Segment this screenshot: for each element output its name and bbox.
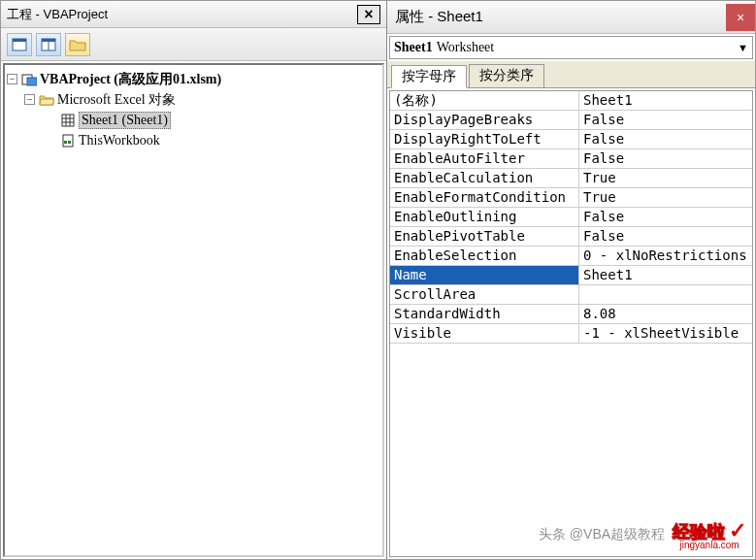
property-value[interactable]: False	[579, 149, 752, 168]
property-name: ScrollArea	[390, 285, 579, 304]
view-code-button[interactable]	[7, 33, 32, 56]
property-value[interactable]: 0 - xlNoRestrictions	[579, 247, 752, 265]
property-name: DisplayPageBreaks	[390, 111, 579, 129]
collapse-icon[interactable]: −	[24, 94, 35, 105]
project-toolbar	[1, 28, 386, 61]
property-name: EnableCalculation	[390, 169, 579, 187]
folder-icon	[69, 38, 86, 51]
property-row[interactable]: EnableAutoFilterFalse	[390, 149, 752, 169]
property-value[interactable]: False	[579, 227, 752, 246]
worksheet-icon	[59, 114, 77, 127]
chevron-down-icon: ▼	[738, 42, 748, 53]
property-value[interactable]: 8.08	[579, 305, 752, 323]
property-row[interactable]: EnableFormatConditionTrue	[390, 188, 752, 208]
properties-titlebar: 属性 - Sheet1 ×	[387, 1, 755, 34]
property-name: EnableAutoFilter	[390, 149, 579, 168]
project-title: 工程 - VBAProject	[7, 6, 357, 23]
property-row[interactable]: StandardWidth8.08	[390, 305, 752, 324]
form-split-icon	[41, 38, 56, 51]
collapse-icon[interactable]: −	[7, 74, 17, 84]
tree-folder-label: Microsoft Excel 对象	[57, 91, 176, 109]
property-value[interactable]: False	[579, 130, 752, 148]
property-row[interactable]: DisplayRightToLeftFalse	[390, 130, 752, 149]
property-row[interactable]: Visible-1 - xlSheetVisible	[390, 324, 752, 344]
tree-workbook-node[interactable]: ThisWorkbook	[7, 130, 380, 150]
properties-close-button[interactable]: ×	[726, 4, 755, 31]
property-name: StandardWidth	[390, 305, 579, 323]
property-name: EnablePivotTable	[390, 227, 579, 246]
property-name: DisplayRightToLeft	[390, 130, 579, 148]
tree-sheet-node[interactable]: Sheet1 (Sheet1)	[7, 110, 380, 130]
tree-root-label: VBAProject (高级应用01.xlsm)	[40, 71, 221, 88]
vba-project-icon	[20, 73, 38, 86]
property-value[interactable]	[579, 285, 752, 304]
svg-rect-14	[68, 141, 71, 144]
property-name: EnableFormatCondition	[390, 188, 579, 207]
object-name: Sheet1	[394, 40, 433, 55]
property-value[interactable]: Sheet1	[579, 266, 752, 284]
svg-rect-1	[13, 39, 26, 42]
property-value[interactable]: Sheet1	[579, 91, 752, 110]
property-row[interactable]: NameSheet1	[390, 266, 752, 285]
svg-rect-6	[27, 78, 37, 85]
property-row[interactable]: EnableOutliningFalse	[390, 208, 752, 227]
svg-rect-7	[62, 115, 74, 126]
tree-root-node[interactable]: − VBAProject (高级应用01.xlsm)	[7, 69, 380, 89]
property-name: Visible	[390, 324, 579, 343]
property-row[interactable]: EnablePivotTableFalse	[390, 227, 752, 247]
property-value[interactable]: True	[579, 169, 752, 187]
property-row[interactable]: EnableSelection0 - xlNoRestrictions	[390, 247, 752, 266]
properties-tabs: 按字母序 按分类序	[387, 61, 755, 88]
property-row[interactable]: DisplayPageBreaksFalse	[390, 111, 752, 130]
property-value[interactable]: True	[579, 188, 752, 207]
view-object-button[interactable]	[36, 33, 61, 56]
property-value[interactable]: False	[579, 208, 752, 226]
properties-pane: 属性 - Sheet1 × Sheet1 Worksheet ▼ 按字母序 按分…	[387, 1, 755, 559]
tree-folder-node[interactable]: − Microsoft Excel 对象	[7, 89, 380, 110]
tab-alphabetic[interactable]: 按字母序	[391, 65, 467, 88]
tree-item-label: ThisWorkbook	[79, 133, 160, 148]
project-explorer-pane: 工程 - VBAProject × − VBAProject (高级应用01.x…	[1, 1, 387, 559]
object-type: Worksheet	[437, 40, 738, 55]
tab-categorized[interactable]: 按分类序	[469, 64, 544, 87]
property-name: Name	[390, 266, 579, 284]
workbook-icon	[59, 134, 77, 148]
property-name: EnableSelection	[390, 247, 579, 265]
project-tree[interactable]: − VBAProject (高级应用01.xlsm) − Microsoft E…	[3, 63, 384, 557]
tree-item-label: Sheet1 (Sheet1)	[79, 112, 171, 129]
property-row[interactable]: ScrollArea	[390, 285, 752, 305]
object-dropdown[interactable]: Sheet1 Worksheet ▼	[389, 36, 753, 59]
svg-rect-13	[64, 141, 67, 144]
property-name: (名称)	[390, 91, 579, 110]
project-close-button[interactable]: ×	[357, 5, 380, 24]
property-name: EnableOutlining	[390, 208, 579, 226]
properties-title: 属性 - Sheet1	[395, 8, 726, 26]
folder-open-icon	[38, 93, 55, 106]
properties-grid[interactable]: (名称)Sheet1DisplayPageBreaksFalseDisplayR…	[389, 90, 753, 557]
property-row[interactable]: EnableCalculationTrue	[390, 169, 752, 188]
property-row[interactable]: (名称)Sheet1	[390, 91, 752, 111]
property-value[interactable]: -1 - xlSheetVisible	[579, 324, 752, 343]
form-icon	[12, 38, 27, 51]
property-value[interactable]: False	[579, 111, 752, 129]
toggle-folders-button[interactable]	[65, 33, 90, 56]
svg-rect-3	[42, 39, 55, 42]
project-titlebar: 工程 - VBAProject ×	[1, 1, 386, 28]
